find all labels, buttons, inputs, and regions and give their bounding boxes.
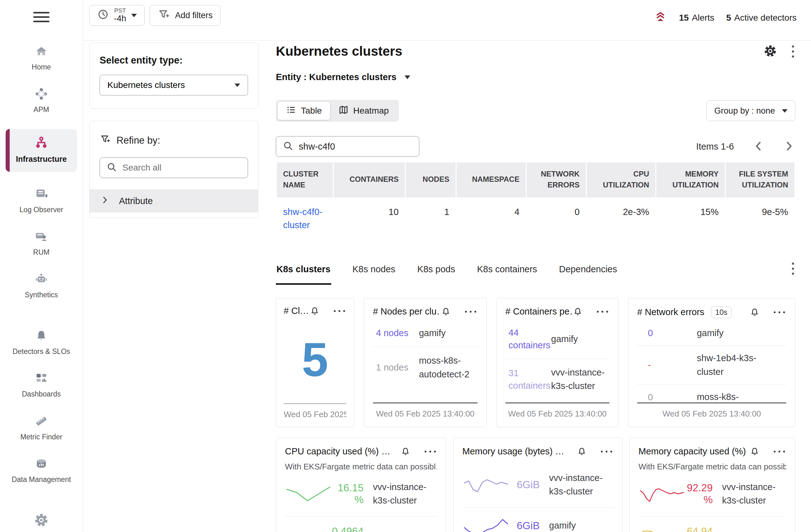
bell-icon[interactable] [572,307,583,317]
column-header[interactable]: NETWORK ERRORS [527,162,586,197]
sidebar-item-infrastructure[interactable]: Infrastructure [6,129,77,172]
add-filters-button[interactable]: Add filters [150,5,220,26]
sidebar-item-label: Log Observer [19,205,63,214]
metric-value-link[interactable]: 92.29 % [686,482,722,506]
column-header[interactable]: CPU UTILIZATION [587,162,655,197]
card-memory-usage[interactable]: Memory usage (bytes) … 6GiB vvv-instance… [454,438,623,532]
cluster-name-link[interactable]: shw-c4f0-cluster [283,205,326,232]
view-toggle-heatmap[interactable]: Heatmap [330,102,397,120]
file-system-utilization-cell: 9e-5% [726,197,794,235]
entity-type-panel: Select entity type: Kubernetes clusters [89,43,258,109]
sidebar-item-label: Infrastructure [16,154,67,164]
metric-value-link[interactable]: 4 nodes [373,327,419,340]
card-menu-button[interactable] [600,449,613,454]
card-menu-button[interactable] [772,310,786,314]
metric-value-link[interactable]: 64.94 % [686,526,722,532]
card-timestamp: Wed 05 Feb 2025 13:40:00 [637,409,786,419]
bell-icon[interactable] [309,306,320,316]
entity-type-select[interactable]: Kubernetes clusters [100,75,248,95]
alerts-count-link[interactable]: 15 Alerts [679,13,714,23]
card-clusters-count[interactable]: # Cl… 5 Wed 05 Feb 2025 13:40:00 [276,298,354,427]
tabs-menu-button[interactable] [791,261,795,276]
metric-value-link[interactable]: 31 containers [505,367,551,392]
metric-value-link[interactable]: 6GiB [509,520,549,532]
refine-panel: Refine by: Attribute [89,121,258,218]
card-menu-button[interactable] [333,309,346,313]
sidebar-item-synthetics[interactable]: Synthetics [6,271,77,299]
sidebar-item-settings[interactable]: Settings [6,512,77,532]
column-header[interactable]: CLUSTER NAME [277,162,333,197]
bell-icon[interactable] [749,307,760,318]
chevron-right-icon [100,195,110,207]
card-menu-button[interactable] [464,310,477,314]
sidebar-item-metric-finder[interactable]: Metric Finder [6,413,77,441]
sidebar-item-detectors-slos[interactable]: Detectors & SLOs [6,328,77,356]
list-item: 4 nodes gamify [373,319,477,347]
active-detectors-link[interactable]: 5 Active detectors [726,13,797,23]
tab-k8s-clusters[interactable]: K8s clusters [276,253,331,285]
view-toggle-table[interactable]: Table [278,102,330,120]
column-header[interactable]: CONTAINERS [334,162,405,197]
metric-value-link[interactable]: 0 [637,327,697,340]
sidebar-item-rum[interactable]: RUM [6,229,77,257]
metric-value-link[interactable]: 16.15 % [332,482,373,506]
metric-value-link[interactable]: 6GiB [509,479,549,491]
column-header[interactable]: NAMESPACE [457,162,526,197]
sidebar-item-apm[interactable]: APM [6,86,77,114]
menu-toggle-button[interactable] [31,10,51,24]
log-observer-icon [33,186,49,202]
card-menu-button[interactable] [596,310,609,314]
sidebar-item-home[interactable]: Home [6,44,77,72]
card-cpu-capacity-used[interactable]: CPU capacity used (%) … With EKS/Fargate… [276,438,446,532]
card-network-errors[interactable]: # Network errors 10s 0 gamify [628,298,795,427]
metric-value[interactable]: - [637,359,697,372]
page-title: Kubernetes clusters [276,44,402,59]
column-header[interactable]: FILE SYSTEM UTILIZATION [726,162,794,197]
card-menu-button[interactable] [772,449,786,454]
refine-search-input[interactable] [122,163,241,173]
attribute-expander[interactable]: Attribute [90,189,258,213]
card-nodes-per-cluster[interactable]: # Nodes per clu… 4 nodes gamify [364,298,487,427]
cpu-utilization-cell: 2e-3% [587,197,655,235]
card-timestamp: Wed 05 Feb 2025 13:40:00 [505,409,609,419]
page-menu-button[interactable] [791,44,795,59]
pagination-next-button[interactable] [783,140,795,153]
alerts-label: Alerts [692,13,715,23]
sidebar-item-dashboards[interactable]: Dashboards [6,371,77,399]
tab-k8s-nodes[interactable]: K8s nodes [352,253,396,285]
sparkline [462,516,509,532]
card-containers-per-cluster[interactable]: # Containers pe… 44 containers gamify [496,298,618,427]
tab-k8s-containers[interactable]: K8s containers [476,253,538,285]
tab-dependencies[interactable]: Dependencies [558,253,617,285]
time-picker-button[interactable]: PST -4h [89,5,145,26]
metric-value[interactable]: 0 [637,391,697,403]
metric-value-link[interactable]: 44 containers [505,326,551,352]
cluster-name: moss-k8s- [697,390,777,403]
column-header[interactable]: MEMORY UTILIZATION [656,162,725,197]
table-search-input[interactable] [299,141,413,152]
bell-icon[interactable] [400,446,411,457]
tab-k8s-pods[interactable]: K8s pods [417,253,456,285]
cluster-name: vvv-instance-k3s-cluster [551,366,609,393]
settings-gear-button[interactable] [764,44,777,59]
card-title: # Network errors [637,307,704,317]
pagination-prev-button[interactable] [752,140,765,153]
bell-icon[interactable] [577,446,587,457]
sidebar-item-log-observer[interactable]: Log Observer [6,186,77,214]
sidebar-item-data-management[interactable]: Data Management [6,456,77,484]
list-item: 0 gamify [637,321,786,346]
card-menu-button[interactable] [423,449,437,454]
entity-tabs: K8s clusters K8s nodes K8s pods K8s cont… [276,253,795,285]
alerts-severity-icon[interactable] [654,10,667,25]
bell-icon[interactable] [441,307,451,317]
metric-value[interactable]: 1 nodes [373,361,419,374]
card-title: CPU capacity used (%) … [285,446,391,457]
bell-icon[interactable] [749,446,760,457]
entity-selector-dropdown[interactable]: Entity : Kubernetes clusters [276,72,795,82]
list-item: 6GiB vvv-instance-k3s-cluster [462,463,613,507]
group-by-dropdown[interactable]: Group by : none [706,100,795,121]
sparkline [285,528,332,532]
card-memory-capacity-used[interactable]: Memory capacity used (%) … With EKS/Farg… [629,438,795,532]
column-header[interactable]: NODES [406,162,456,197]
metric-value-link[interactable]: 0.4964 % [332,526,373,532]
